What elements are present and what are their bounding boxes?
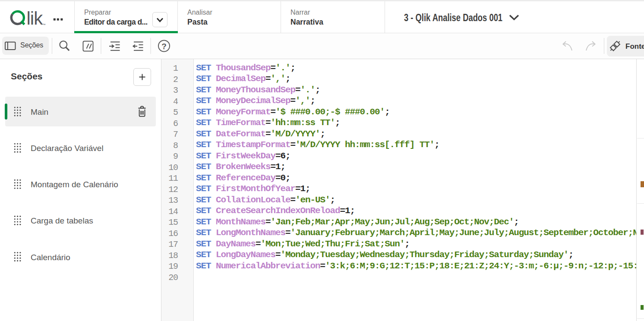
svg-text:lik: lik [27,8,44,28]
svg-text:™: ™ [43,23,46,26]
svg-text:?: ? [161,42,167,51]
